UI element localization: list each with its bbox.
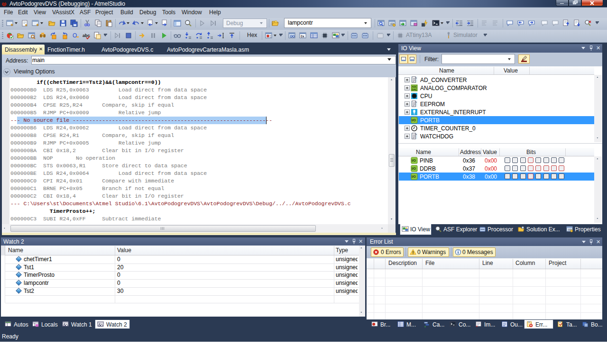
svg-text:I/O: I/O (412, 167, 416, 170)
svg-text:I/O: I/O (412, 159, 416, 162)
svg-text:I/O: I/O (412, 118, 416, 122)
svg-text:I/O: I/O (412, 175, 416, 178)
svg-text:DAC: DAC (412, 88, 417, 91)
svg-text:O: O (73, 32, 77, 39)
svg-text:0x: 0x (301, 35, 304, 38)
